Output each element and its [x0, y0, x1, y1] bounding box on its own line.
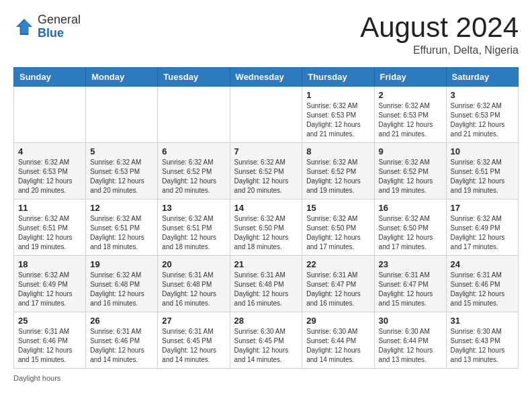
day-number: 23: [379, 259, 442, 269]
calendar-day-cell: 30Sunrise: 6:30 AM Sunset: 6:44 PM Dayli…: [374, 312, 446, 369]
day-number: 18: [18, 259, 81, 269]
day-number: 14: [234, 203, 298, 213]
day-number: 26: [90, 316, 153, 326]
day-info: Sunrise: 6:31 AM Sunset: 6:46 PM Dayligh…: [18, 327, 81, 365]
logo-text: General Blue: [38, 13, 81, 40]
day-number: 29: [306, 316, 369, 326]
day-number: 20: [162, 259, 225, 269]
calendar-day-cell: 11Sunrise: 6:32 AM Sunset: 6:51 PM Dayli…: [14, 199, 86, 256]
calendar-day-cell: [158, 87, 230, 143]
day-info: Sunrise: 6:30 AM Sunset: 6:43 PM Dayligh…: [451, 327, 514, 365]
day-number: 21: [234, 259, 298, 269]
day-number: 4: [18, 146, 81, 156]
day-info: Sunrise: 6:31 AM Sunset: 6:45 PM Dayligh…: [162, 327, 225, 365]
calendar-day-cell: 1Sunrise: 6:32 AM Sunset: 6:53 PM Daylig…: [302, 87, 374, 143]
day-number: 9: [379, 146, 442, 156]
day-number: 30: [379, 316, 442, 326]
calendar-day-cell: [86, 87, 158, 143]
calendar-day-cell: 23Sunrise: 6:31 AM Sunset: 6:47 PM Dayli…: [374, 256, 446, 312]
calendar-day-cell: 9Sunrise: 6:32 AM Sunset: 6:52 PM Daylig…: [374, 143, 446, 199]
calendar-day-cell: 21Sunrise: 6:31 AM Sunset: 6:48 PM Dayli…: [230, 256, 302, 312]
calendar-day-cell: 27Sunrise: 6:31 AM Sunset: 6:45 PM Dayli…: [158, 312, 230, 369]
calendar-day-cell: 25Sunrise: 6:31 AM Sunset: 6:46 PM Dayli…: [14, 312, 86, 369]
calendar-week-row: 1Sunrise: 6:32 AM Sunset: 6:53 PM Daylig…: [14, 87, 519, 143]
calendar-day-header: Sunday: [14, 68, 86, 87]
day-number: 2: [379, 90, 442, 100]
calendar-day-cell: 6Sunrise: 6:32 AM Sunset: 6:52 PM Daylig…: [158, 143, 230, 199]
day-info: Sunrise: 6:32 AM Sunset: 6:53 PM Dayligh…: [306, 101, 369, 139]
day-info: Sunrise: 6:32 AM Sunset: 6:53 PM Dayligh…: [90, 158, 153, 195]
day-info: Sunrise: 6:32 AM Sunset: 6:53 PM Dayligh…: [451, 101, 514, 139]
day-info: Sunrise: 6:32 AM Sunset: 6:50 PM Dayligh…: [234, 214, 298, 252]
day-number: 17: [451, 203, 514, 213]
calendar-week-row: 4Sunrise: 6:32 AM Sunset: 6:53 PM Daylig…: [14, 143, 519, 199]
calendar-day-cell: 4Sunrise: 6:32 AM Sunset: 6:53 PM Daylig…: [14, 143, 86, 199]
location-subtitle: Effurun, Delta, Nigeria: [360, 44, 519, 56]
calendar-week-row: 25Sunrise: 6:31 AM Sunset: 6:46 PM Dayli…: [14, 312, 519, 369]
day-info: Sunrise: 6:30 AM Sunset: 6:44 PM Dayligh…: [306, 327, 369, 365]
footer-note: Daylight hours: [13, 374, 519, 382]
calendar-week-row: 11Sunrise: 6:32 AM Sunset: 6:51 PM Dayli…: [14, 199, 519, 256]
calendar-day-cell: 18Sunrise: 6:32 AM Sunset: 6:49 PM Dayli…: [14, 256, 86, 312]
day-info: Sunrise: 6:30 AM Sunset: 6:44 PM Dayligh…: [379, 327, 442, 365]
day-number: 12: [90, 203, 153, 213]
day-info: Sunrise: 6:32 AM Sunset: 6:52 PM Dayligh…: [306, 158, 369, 195]
day-number: 16: [379, 203, 442, 213]
calendar-day-cell: 20Sunrise: 6:31 AM Sunset: 6:48 PM Dayli…: [158, 256, 230, 312]
calendar-day-cell: 19Sunrise: 6:32 AM Sunset: 6:48 PM Dayli…: [86, 256, 158, 312]
calendar-day-cell: [14, 87, 86, 143]
day-info: Sunrise: 6:32 AM Sunset: 6:50 PM Dayligh…: [379, 214, 442, 252]
calendar-day-header: Friday: [374, 68, 446, 87]
calendar-day-cell: 5Sunrise: 6:32 AM Sunset: 6:53 PM Daylig…: [86, 143, 158, 199]
day-number: 3: [451, 90, 514, 100]
day-number: 11: [18, 203, 81, 213]
calendar-day-cell: [230, 87, 302, 143]
day-info: Sunrise: 6:32 AM Sunset: 6:51 PM Dayligh…: [451, 158, 514, 195]
calendar-day-cell: 10Sunrise: 6:32 AM Sunset: 6:51 PM Dayli…: [446, 143, 518, 199]
day-info: Sunrise: 6:31 AM Sunset: 6:48 PM Dayligh…: [162, 271, 225, 308]
day-info: Sunrise: 6:31 AM Sunset: 6:48 PM Dayligh…: [234, 271, 298, 308]
day-number: 19: [90, 259, 153, 269]
day-info: Sunrise: 6:32 AM Sunset: 6:50 PM Dayligh…: [306, 214, 369, 252]
page-header: General Blue August 2024 Effurun, Delta,…: [13, 13, 519, 56]
calendar-day-cell: 17Sunrise: 6:32 AM Sunset: 6:49 PM Dayli…: [446, 199, 518, 256]
calendar-day-cell: 22Sunrise: 6:31 AM Sunset: 6:47 PM Dayli…: [302, 256, 374, 312]
daylight-hours-label: Daylight hours: [13, 374, 60, 382]
calendar-table: SundayMondayTuesdayWednesdayThursdayFrid…: [13, 67, 519, 369]
day-number: 27: [162, 316, 225, 326]
day-number: 7: [234, 146, 298, 156]
calendar-day-header: Saturday: [446, 68, 518, 87]
calendar-day-cell: 12Sunrise: 6:32 AM Sunset: 6:51 PM Dayli…: [86, 199, 158, 256]
calendar-day-cell: 2Sunrise: 6:32 AM Sunset: 6:53 PM Daylig…: [374, 87, 446, 143]
calendar-day-cell: 14Sunrise: 6:32 AM Sunset: 6:50 PM Dayli…: [230, 199, 302, 256]
day-number: 5: [90, 146, 153, 156]
calendar-day-header: Monday: [86, 68, 158, 87]
day-info: Sunrise: 6:32 AM Sunset: 6:49 PM Dayligh…: [451, 214, 514, 252]
day-info: Sunrise: 6:32 AM Sunset: 6:53 PM Dayligh…: [18, 158, 81, 195]
calendar-day-cell: 29Sunrise: 6:30 AM Sunset: 6:44 PM Dayli…: [302, 312, 374, 369]
day-info: Sunrise: 6:32 AM Sunset: 6:51 PM Dayligh…: [90, 214, 153, 252]
day-info: Sunrise: 6:32 AM Sunset: 6:48 PM Dayligh…: [90, 271, 153, 308]
day-number: 15: [306, 203, 369, 213]
calendar-day-cell: 8Sunrise: 6:32 AM Sunset: 6:52 PM Daylig…: [302, 143, 374, 199]
calendar-day-cell: 26Sunrise: 6:31 AM Sunset: 6:46 PM Dayli…: [86, 312, 158, 369]
day-number: 8: [306, 146, 369, 156]
day-number: 25: [18, 316, 81, 326]
day-number: 13: [162, 203, 225, 213]
calendar-day-cell: 13Sunrise: 6:32 AM Sunset: 6:51 PM Dayli…: [158, 199, 230, 256]
calendar-day-header: Wednesday: [230, 68, 302, 87]
calendar-day-header: Thursday: [302, 68, 374, 87]
day-info: Sunrise: 6:31 AM Sunset: 6:46 PM Dayligh…: [90, 327, 153, 365]
calendar-day-cell: 3Sunrise: 6:32 AM Sunset: 6:53 PM Daylig…: [446, 87, 518, 143]
day-info: Sunrise: 6:32 AM Sunset: 6:52 PM Dayligh…: [162, 158, 225, 195]
day-number: 22: [306, 259, 369, 269]
calendar-day-header: Tuesday: [158, 68, 230, 87]
day-info: Sunrise: 6:32 AM Sunset: 6:51 PM Dayligh…: [18, 214, 81, 252]
month-year-title: August 2024: [360, 13, 519, 42]
day-number: 6: [162, 146, 225, 156]
day-info: Sunrise: 6:31 AM Sunset: 6:47 PM Dayligh…: [379, 271, 442, 308]
day-info: Sunrise: 6:30 AM Sunset: 6:45 PM Dayligh…: [234, 327, 298, 365]
calendar-day-cell: 28Sunrise: 6:30 AM Sunset: 6:45 PM Dayli…: [230, 312, 302, 369]
calendar-day-cell: 15Sunrise: 6:32 AM Sunset: 6:50 PM Dayli…: [302, 199, 374, 256]
calendar-day-cell: 7Sunrise: 6:32 AM Sunset: 6:52 PM Daylig…: [230, 143, 302, 199]
